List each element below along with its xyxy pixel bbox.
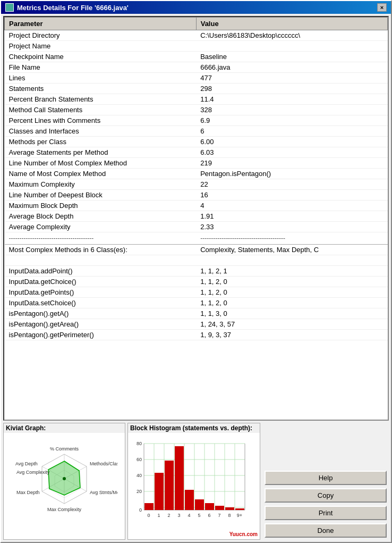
table-row-value [196, 41, 387, 52]
svg-rect-36 [155, 473, 164, 510]
table-row-value: 1, 9, 3, 37 [196, 330, 387, 340]
table-row-param: Line Number of Deepest Block [5, 190, 197, 201]
metrics-table-container[interactable]: Parameter Value Project DirectoryC:\User… [3, 16, 389, 421]
table-row: InputData.setChoice()1, 1, 2, 0 [5, 298, 388, 308]
metrics-table: Parameter Value Project DirectoryC:\User… [4, 17, 388, 340]
kiviat-canvas: % Comments Methods/Class Avg Stmts/Metho… [4, 433, 125, 539]
table-row: Average Block Depth1.91 [5, 211, 388, 222]
table-row-value: 6.00 [196, 137, 387, 147]
title-bar: Metrics Details For File '6666.java' × [1, 1, 391, 14]
separator-right: ---------------------------------------- [196, 232, 387, 245]
table-row-value: 219 [196, 158, 387, 169]
table-row-value: 6.9 [196, 115, 387, 126]
table-row-value: 22 [196, 179, 387, 190]
table-row-value: 11.4 [196, 94, 387, 105]
table-row-param: Line Number of Most Complex Method [5, 158, 197, 169]
table-row: Most Complex Methods in 6 Class(es):Comp… [5, 245, 388, 255]
table-row: Lines477 [5, 73, 388, 83]
kiviat-svg: % Comments Methods/Class Avg Stmts/Metho… [11, 441, 117, 531]
buttons-panel: Help Copy Print Done [262, 423, 389, 540]
table-row-value: 2.33 [196, 222, 387, 232]
table-row-value: Baseline [196, 52, 387, 62]
close-button[interactable]: × [377, 3, 387, 12]
svg-rect-37 [165, 461, 174, 510]
table-row: Average Complexity2.33 [5, 222, 388, 232]
table-row-param: Average Block Depth [5, 211, 197, 222]
table-row-value: 298 [196, 83, 387, 94]
table-row-param: Project Directory [5, 30, 197, 41]
svg-text:% Comments: % Comments [50, 446, 79, 452]
table-row-param: Name of Most Complex Method [5, 169, 197, 179]
svg-rect-39 [185, 490, 194, 510]
copy-button[interactable]: Copy [265, 488, 387, 503]
table-row-param: Classes and Interfaces [5, 126, 197, 137]
svg-text:2: 2 [167, 513, 170, 518]
table-row-param: File Name [5, 62, 197, 73]
table-row-param: Average Statements per Method [5, 147, 197, 158]
blank-row-param [5, 255, 197, 266]
table-row-param: InputData.setChoice() [5, 298, 197, 308]
table-row-value: Pentagon.isPentagon() [196, 169, 387, 179]
kiviat-panel: Kiviat Graph: [3, 423, 125, 540]
svg-point-10 [63, 477, 66, 480]
table-row: Name of Most Complex MethodPentagon.isPe… [5, 169, 388, 179]
table-row-param: isPentagon().getPerimeter() [5, 330, 197, 340]
table-row-param: isPentagon().getArea() [5, 319, 197, 330]
svg-text:20: 20 [137, 489, 142, 494]
print-button[interactable]: Print [265, 506, 387, 520]
table-row: Project Name [5, 41, 388, 52]
done-button[interactable]: Done [265, 523, 387, 538]
table-row: isPentagon().getPerimeter()1, 9, 3, 37 [5, 330, 388, 340]
table-row-value: 1.91 [196, 211, 387, 222]
table-row: Method Call Statements328 [5, 105, 388, 115]
svg-text:60: 60 [137, 457, 142, 462]
svg-rect-38 [175, 446, 184, 510]
svg-text:4: 4 [188, 513, 190, 518]
col-header-parameter: Parameter [5, 18, 197, 30]
table-row-param: Project Name [5, 41, 197, 52]
table-row-param: Maximum Block Depth [5, 201, 197, 211]
table-row-param: InputData.getChoice() [5, 277, 197, 287]
table-row: Classes and Interfaces6 [5, 126, 388, 137]
svg-text:1: 1 [157, 513, 160, 518]
kiviat-title: Kiviat Graph: [4, 423, 125, 433]
histogram-panel: Block Histogram (statements vs. depth): [127, 423, 260, 540]
table-row: Line Number of Deepest Block16 [5, 190, 388, 201]
bottom-section: Kiviat Graph: [3, 423, 389, 540]
svg-text:7: 7 [218, 513, 220, 518]
help-button[interactable]: Help [265, 471, 387, 485]
window-icon [5, 3, 14, 12]
table-row-param: isPentagon().getA() [5, 308, 197, 319]
table-row: Checkpoint NameBaseline [5, 52, 388, 62]
svg-text:6: 6 [208, 513, 210, 518]
table-row-value: 1, 1, 2, 1 [196, 266, 387, 277]
histogram-title: Block Histogram (statements vs. depth): [128, 423, 260, 433]
svg-rect-41 [205, 503, 214, 510]
table-row: isPentagon().getArea()1, 24, 3, 57 [5, 319, 388, 330]
table-row-value: 1, 1, 2, 0 [196, 287, 387, 298]
svg-text:Avg Complexity: Avg Complexity [16, 470, 50, 475]
table-row: Average Statements per Method6.03 [5, 147, 388, 158]
table-row-param: Lines [5, 73, 197, 83]
table-row: InputData.getChoice()1, 1, 2, 0 [5, 277, 388, 287]
svg-text:Max Complexity: Max Complexity [47, 507, 82, 512]
table-row-param: Average Complexity [5, 222, 197, 232]
svg-text:8: 8 [228, 513, 231, 518]
table-row-value: Complexity, Statements, Max Depth, C [196, 245, 387, 255]
table-row: File Name6666.java [5, 62, 388, 73]
table-row-param: Most Complex Methods in 6 Class(es): [5, 245, 197, 255]
table-row-value: 16 [196, 190, 387, 201]
main-window: Metrics Details For File '6666.java' × P… [0, 0, 392, 543]
table-row-value: 477 [196, 73, 387, 83]
svg-text:Methods/Class: Methods/Class [90, 461, 117, 466]
svg-text:40: 40 [137, 473, 142, 478]
svg-text:9+: 9+ [237, 513, 242, 518]
table-row: Statements298 [5, 83, 388, 94]
table-row-value: 1, 1, 2, 0 [196, 277, 387, 287]
svg-text:0: 0 [147, 513, 150, 518]
table-row-param: Percent Branch Statements [5, 94, 197, 105]
svg-rect-35 [144, 503, 154, 510]
table-row-value: 4 [196, 201, 387, 211]
table-row: Maximum Block Depth4 [5, 201, 388, 211]
svg-text:0: 0 [139, 507, 142, 513]
